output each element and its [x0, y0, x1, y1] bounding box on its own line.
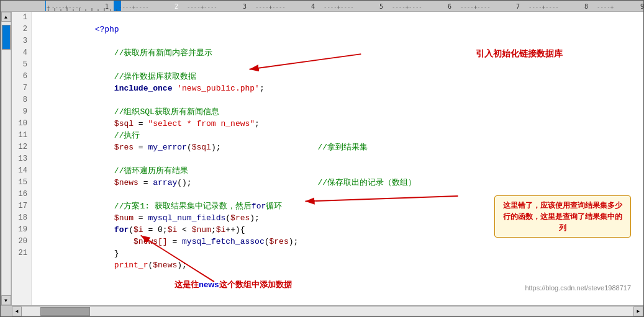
line-num-11: 11 [16, 130, 27, 141]
code-line-13: //循环遍历所有结果 [37, 153, 643, 165]
cparen-11: ); [211, 143, 221, 152]
line-num-17: 17 [16, 200, 27, 212]
svg-text:----+----: ----+---- [255, 4, 286, 10]
semi-6: ; [260, 84, 265, 93]
comment-16b: 循环 [266, 202, 282, 211]
for-semi: ; [211, 225, 216, 234]
code-line-5: //操作数据库获取数据 [37, 59, 643, 71]
line-num-2: 2 [16, 24, 27, 35]
line-num-14: 14 [16, 165, 27, 177]
assign-17: = [134, 213, 148, 223]
var-i-init: $i [134, 225, 143, 234]
var-news: $news [95, 178, 138, 187]
php-open-tag: <?php [95, 25, 119, 34]
bottom-scrollbar[interactable]: ◀ ▶ [1, 305, 643, 316]
cparen-21: ); [177, 261, 187, 270]
svg-text:+: + [47, 4, 50, 10]
svg-text:----+----: ----+---- [460, 4, 491, 10]
line-num-16: 16 [16, 189, 27, 200]
svg-text:----+: ----+ [597, 4, 614, 10]
for-assign: = 0; [143, 225, 168, 234]
h-scroll-thumb[interactable] [40, 307, 90, 316]
line-num-18: 18 [16, 212, 27, 224]
scroll-left-btn[interactable]: ◀ [12, 306, 22, 316]
var-sql-11: $sql [192, 143, 211, 152]
for-lt: < [177, 225, 191, 234]
scroll-down-btn[interactable]: ▼ [1, 295, 11, 305]
for-kw: for [252, 202, 266, 211]
watermark: https://blog.csdn.net/steve1988717 [525, 284, 631, 292]
comment-16: //方案1: 获取结果集中记录数，然后 [95, 202, 252, 211]
code-lines[interactable]: <?php //获取所有新闻内容并显示 //操作数据库获取数据 [32, 12, 643, 305]
spaces-14 [192, 178, 318, 187]
scroll-right-btn[interactable]: ▶ [633, 306, 643, 316]
var-res-17: $res [230, 213, 250, 223]
svg-text:2: 2 [175, 3, 178, 10]
line-num-10: 10 [16, 118, 27, 130]
comment-14b: //保存取出的记录（数组） [318, 178, 417, 187]
svg-text:5: 5 [379, 3, 383, 10]
close-brace: } [95, 249, 119, 258]
svg-text:----+----: ----+---- [52, 4, 82, 10]
paren-19: ( [265, 237, 270, 246]
var-news-19: $news[] [95, 237, 168, 246]
code-line-8: //组织SQL获取所有新闻信息 [37, 94, 643, 106]
func-mysql-fetch: mysql_fetch_assoc [182, 237, 265, 246]
var-news-21: $news [153, 261, 177, 270]
code-line-2 [37, 24, 643, 35]
comment-11b: //拿到结果集 [318, 143, 368, 152]
assign-11: = [134, 143, 148, 152]
code-line-3: //获取所有新闻内容并显示 [37, 35, 643, 47]
line-num-21: 21 [16, 248, 27, 259]
main-area: ▲ ▼ 1 2 3 4 5 6 7 8 9 10 [1, 12, 643, 305]
scroll-up-btn[interactable]: ▲ [1, 12, 11, 22]
svg-text:8: 8 [584, 3, 588, 10]
scroll-track[interactable] [2, 22, 11, 295]
line-num-15: 15 [16, 177, 27, 189]
code-area[interactable]: 1 2 3 4 5 6 7 8 9 10 11 12 13 14 15 16 1 [12, 12, 643, 305]
line-num-5: 5 [16, 59, 27, 71]
assign-19: = [168, 237, 182, 246]
svg-text:7: 7 [516, 3, 520, 10]
for-paren: ( [129, 225, 134, 234]
string-9: "select * from n_news" [148, 119, 255, 128]
cparen-17: ); [250, 213, 260, 223]
eq-9: = [134, 119, 148, 128]
news-highlight: news [199, 280, 219, 289]
cparen-19: ); [289, 237, 299, 246]
h-scroll-track[interactable] [22, 307, 633, 316]
line-num-13: 13 [16, 153, 27, 165]
line-num-7: 7 [16, 83, 27, 94]
code-content: 1 2 3 4 5 6 7 8 9 10 11 12 13 14 15 16 1 [12, 12, 643, 305]
code-line-1: <?php [37, 12, 643, 24]
callout-news-array: 这是往news这个数组中添加数据 [168, 275, 298, 294]
comment-13: //循环遍历所有结果 [95, 166, 189, 176]
svg-text:1: 1 [105, 3, 109, 10]
comment-10: //执行 [95, 131, 140, 140]
scroll-thumb[interactable] [2, 25, 11, 50]
line-num-1: 1 [16, 12, 27, 24]
code-line-16: //方案1: 获取结果集中记录数，然后for循环 [37, 189, 643, 200]
var-res-19: $res [270, 237, 289, 246]
svg-text:6: 6 [448, 3, 451, 10]
line-num-6: 6 [16, 71, 27, 83]
comment-8: //组织SQL获取所有新闻信息 [95, 107, 219, 117]
line-numbers: 1 2 3 4 5 6 7 8 9 10 11 12 13 14 15 16 1 [12, 12, 32, 305]
var-res: $res [95, 143, 134, 152]
for-keyword: for [95, 225, 129, 234]
func-print: print_r [95, 261, 148, 270]
svg-text:3: 3 [243, 3, 247, 10]
svg-text:----+----: ----+---- [528, 4, 559, 10]
svg-text:9: 9 [640, 3, 643, 10]
func-mysql-num: mysql_num_fields [148, 213, 225, 223]
func-11: my_error [148, 143, 186, 152]
svg-text:----+----: ----+---- [392, 4, 422, 10]
var-num-18: $num [192, 225, 211, 234]
ruler-inner: + 1 [45, 1, 643, 11]
parens-14: (); [177, 178, 191, 187]
ruler: + 1 [1, 1, 643, 12]
left-scrollbar[interactable]: ▲ ▼ [1, 12, 12, 305]
func-array: array [153, 178, 177, 187]
comment-5: //操作数据库获取数据 [95, 72, 197, 81]
var-num: $num [95, 213, 134, 223]
